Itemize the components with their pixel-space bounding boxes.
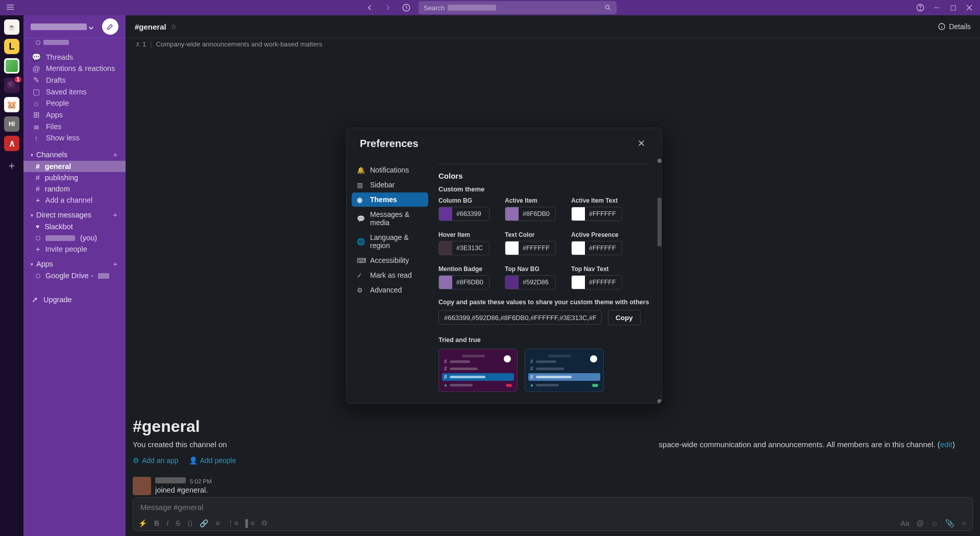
workspace-1[interactable]: ☕ bbox=[4, 19, 19, 35]
code-block-icon[interactable]: ⧉ bbox=[262, 519, 267, 527]
compose-button[interactable] bbox=[102, 18, 118, 35]
color-input[interactable] bbox=[585, 276, 622, 289]
nav-forward-button[interactable] bbox=[382, 2, 394, 14]
channel-publishing[interactable]: #publishing bbox=[23, 172, 126, 183]
maximize-button[interactable] bbox=[948, 3, 958, 12]
members-icon[interactable]: 1 bbox=[135, 40, 146, 48]
color-input[interactable] bbox=[452, 276, 489, 289]
italic-icon[interactable]: I bbox=[166, 519, 168, 527]
color-input[interactable] bbox=[452, 207, 489, 221]
color-input[interactable] bbox=[519, 241, 555, 255]
add-app-link[interactable]: ⚙Add an app bbox=[133, 456, 179, 465]
message-author[interactable] bbox=[155, 477, 186, 485]
add-workspace-button[interactable] bbox=[4, 158, 19, 174]
workspace-header[interactable]: ⌵ bbox=[23, 15, 126, 38]
add-dm-icon[interactable]: + bbox=[113, 211, 118, 219]
nav-mentions[interactable]: @Mentions & reactions bbox=[23, 63, 126, 74]
swatch[interactable] bbox=[572, 276, 585, 289]
channels-section-header[interactable]: ▾Channels+ bbox=[23, 145, 126, 161]
nav-back-button[interactable] bbox=[363, 2, 376, 14]
prefs-nav-mark-read[interactable]: ✓Mark as read bbox=[352, 268, 428, 282]
history-button[interactable] bbox=[400, 2, 412, 14]
workspace-6[interactable]: HI bbox=[4, 116, 19, 132]
share-theme-input[interactable] bbox=[438, 310, 602, 325]
modal-close-button[interactable]: ✕ bbox=[634, 136, 648, 151]
search-input[interactable]: Search bbox=[419, 1, 617, 14]
minimize-button[interactable] bbox=[932, 3, 941, 12]
dm-slackbot[interactable]: ♥Slackbot bbox=[23, 221, 126, 232]
channel-topic[interactable]: Company-wide announcements and work-base… bbox=[156, 40, 323, 48]
nav-people[interactable]: ⌂People bbox=[23, 98, 126, 109]
star-icon[interactable]: ☆ bbox=[170, 22, 177, 31]
emoji-icon[interactable]: ☺ bbox=[931, 519, 938, 527]
swatch[interactable] bbox=[439, 276, 452, 289]
dm-self[interactable]: (you) bbox=[23, 232, 126, 243]
ol-icon[interactable]: ≡ bbox=[215, 519, 219, 527]
prefs-nav-language[interactable]: 🌐Language & region bbox=[352, 230, 428, 253]
swatch[interactable] bbox=[439, 207, 452, 221]
nav-apps[interactable]: ⊞Apps bbox=[23, 109, 126, 120]
color-input[interactable] bbox=[585, 207, 622, 221]
swatch[interactable] bbox=[572, 207, 585, 221]
nav-threads[interactable]: 💬Threads bbox=[23, 51, 126, 63]
color-input[interactable] bbox=[519, 207, 555, 221]
edit-topic-link[interactable]: edit bbox=[940, 440, 952, 449]
scrollbar[interactable] bbox=[656, 159, 662, 403]
link-icon[interactable]: 🔗 bbox=[200, 519, 208, 527]
nav-show-less[interactable]: ↑Show less bbox=[23, 132, 126, 143]
app-google-drive[interactable]: Google Drive - bbox=[23, 270, 126, 281]
swatch[interactable] bbox=[505, 207, 519, 221]
swatch[interactable] bbox=[505, 276, 519, 289]
workspace-7[interactable]: ∧ bbox=[4, 136, 19, 151]
self-presence[interactable] bbox=[23, 38, 126, 49]
strike-icon[interactable]: S bbox=[176, 519, 180, 527]
color-input[interactable] bbox=[519, 276, 555, 289]
swatch[interactable] bbox=[439, 241, 452, 255]
add-channel-link[interactable]: +Add a channel bbox=[23, 194, 126, 206]
send-icon[interactable]: ➤ bbox=[961, 519, 967, 527]
nav-drafts[interactable]: ✎Drafts bbox=[23, 74, 126, 86]
prefs-nav-advanced[interactable]: ⚙Advanced bbox=[352, 283, 428, 297]
composer-input[interactable]: Message #general bbox=[133, 498, 972, 517]
channel-title[interactable]: #general bbox=[135, 22, 166, 31]
color-input[interactable] bbox=[585, 241, 622, 255]
workspace-2[interactable]: L bbox=[4, 39, 19, 54]
theme-preset-aubergine[interactable]: # # # ● bbox=[438, 349, 518, 392]
code-icon[interactable]: ⟨⟩ bbox=[187, 519, 192, 527]
prefs-nav-notifications[interactable]: 🔔Notifications bbox=[352, 163, 428, 177]
workspace-4[interactable]: 1 bbox=[4, 78, 19, 93]
prefs-nav-messages[interactable]: 💬Messages & media bbox=[352, 207, 428, 230]
close-button[interactable] bbox=[965, 3, 974, 12]
format-icon[interactable]: Aa bbox=[900, 519, 909, 527]
prefs-nav-sidebar[interactable]: ▥Sidebar bbox=[352, 178, 428, 192]
dms-section-header[interactable]: ▾Direct messages+ bbox=[23, 206, 126, 221]
bold-icon[interactable]: B bbox=[154, 519, 159, 527]
help-button[interactable] bbox=[916, 3, 925, 12]
add-app-icon[interactable]: + bbox=[113, 260, 118, 268]
menu-icon[interactable] bbox=[6, 4, 15, 11]
add-channel-icon[interactable]: + bbox=[113, 151, 118, 159]
prefs-nav-accessibility[interactable]: ⌨Accessibility bbox=[352, 253, 428, 267]
attach-icon[interactable]: 📎 bbox=[945, 519, 954, 527]
swatch[interactable] bbox=[572, 241, 585, 255]
shortcuts-icon[interactable]: ⚡ bbox=[138, 519, 147, 527]
apps-section-header[interactable]: ▾Apps+ bbox=[23, 255, 126, 270]
details-button[interactable]: Details bbox=[938, 22, 971, 31]
workspace-3-active[interactable] bbox=[4, 58, 19, 74]
nav-files[interactable]: ≣Files bbox=[23, 120, 126, 132]
copy-button[interactable]: Copy bbox=[608, 310, 641, 325]
prefs-nav-themes[interactable]: ◉Themes bbox=[352, 192, 428, 207]
ul-icon[interactable]: ⋮≡ bbox=[227, 519, 238, 527]
mention-icon[interactable]: @ bbox=[916, 519, 923, 527]
theme-preset-ocean[interactable]: # # # ● bbox=[525, 349, 604, 392]
add-people-link[interactable]: 👤Add people bbox=[189, 456, 236, 465]
nav-saved[interactable]: ▢Saved items bbox=[23, 86, 126, 98]
invite-people-link[interactable]: +Invite people bbox=[23, 243, 126, 255]
swatch[interactable] bbox=[505, 241, 519, 255]
quote-icon[interactable]: ▌≡ bbox=[246, 519, 255, 527]
channel-random[interactable]: #random bbox=[23, 183, 126, 194]
workspace-5[interactable]: 🐹 bbox=[4, 97, 19, 112]
color-input[interactable] bbox=[452, 241, 489, 255]
avatar[interactable] bbox=[133, 477, 151, 495]
channel-general[interactable]: #general bbox=[23, 161, 126, 172]
